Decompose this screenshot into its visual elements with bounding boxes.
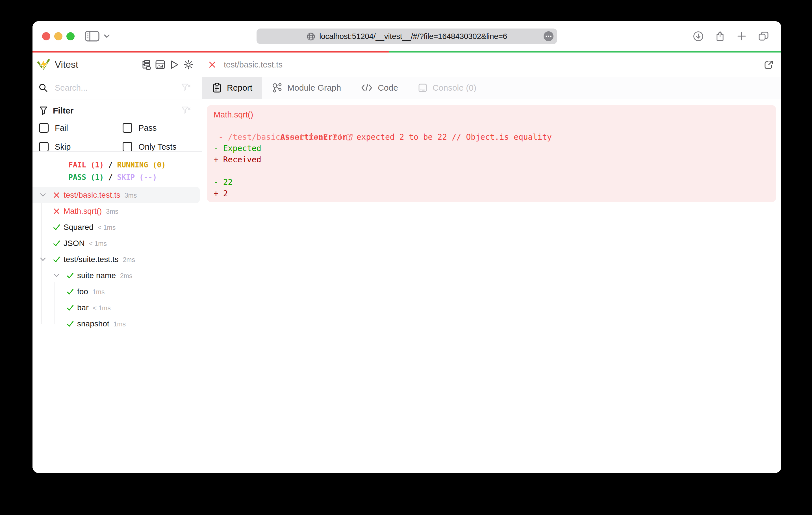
filter-option-label: Fail <box>55 123 68 133</box>
share-icon <box>715 31 725 41</box>
tree-row-json[interactable]: JSON< 1ms <box>32 235 200 251</box>
checkbox[interactable] <box>123 123 132 133</box>
tab-module-graph[interactable]: Module Graph <box>262 77 351 99</box>
checkbox[interactable] <box>39 142 49 152</box>
address-bar[interactable]: localhost:51204/__vitest__/#/?file=16484… <box>257 29 557 44</box>
tab-code[interactable]: Code <box>351 77 408 99</box>
filter-option-fail[interactable]: Fail <box>39 123 68 132</box>
error-panel: Math.sqrt() AssertionError: expected 2 t… <box>207 105 776 202</box>
chevron-down-icon[interactable] <box>104 34 110 38</box>
error-message: : expected 2 to be 22 // Object.is equal… <box>347 132 552 142</box>
chevron-down-icon[interactable] <box>39 192 46 198</box>
tab-report[interactable]: Report <box>202 77 262 99</box>
test-duration: 1ms <box>114 321 126 328</box>
tab-label: Report <box>227 83 252 93</box>
list-tree-icon <box>141 60 151 70</box>
test-label: suite name2ms <box>77 267 132 283</box>
new-tab-button[interactable] <box>736 30 747 42</box>
diff-line-added: + 2 <box>213 188 776 199</box>
downloads-button[interactable] <box>693 30 703 42</box>
tree-row-test-basic-test-ts[interactable]: test/basic.test.ts3ms <box>32 187 200 203</box>
window-controls <box>42 32 75 40</box>
page-settings-button[interactable] <box>544 31 553 41</box>
filter-section-title: Filter <box>39 106 74 116</box>
search-bar[interactable]: Search... <box>32 77 202 99</box>
theme-toggle-button[interactable] <box>183 60 193 70</box>
diff-line-removed: - Expected <box>213 143 776 154</box>
sidebar-header: Vitest <box>32 53 202 78</box>
test-tree: test/basic.test.ts3msMath.sqrt()3msSquar… <box>32 187 202 345</box>
test-label: JSON< 1ms <box>64 235 107 251</box>
test-summary: FAIL (1) / RUNNING (0) PASS (1) / SKIP (… <box>32 159 202 184</box>
rerun-all-button[interactable] <box>169 60 179 70</box>
summary-segment: PASS (1) <box>68 173 104 182</box>
filter-option-label: Skip <box>55 142 70 152</box>
browser-window: localhost:51204/__vitest__/#/?file=16484… <box>32 21 781 473</box>
tree-row-test-suite-test-ts[interactable]: test/suite.test.ts2ms <box>32 251 200 267</box>
tree-row-foo[interactable]: foo1ms <box>32 283 200 300</box>
toggle-tree-view-button[interactable] <box>141 60 151 70</box>
tree-row-squared[interactable]: Squared< 1ms <box>32 219 200 235</box>
test-label: Math.sqrt()3ms <box>64 203 118 219</box>
tree-row-bar[interactable]: bar< 1ms <box>32 300 200 316</box>
main-panel: test/basic.test.ts ReportModule GraphCod… <box>202 53 781 473</box>
minimize-window-button[interactable] <box>54 32 62 40</box>
checkbox[interactable] <box>123 142 132 152</box>
summary-segment: RUNNING (0) <box>117 161 166 169</box>
failed-test-name: Math.sqrt() <box>213 109 776 120</box>
assertion-error-line: AssertionError: expected 2 to be 22 // O… <box>213 120 776 131</box>
filter-option-pass[interactable]: Pass <box>123 123 156 132</box>
checkbox[interactable] <box>39 123 49 133</box>
tab-overview-button[interactable] <box>758 30 769 42</box>
summary-segment: / <box>104 161 117 169</box>
diff-line-removed: - 22 <box>213 177 776 188</box>
toolbar-divider <box>102 32 102 41</box>
dashboard-button[interactable] <box>155 60 165 70</box>
tab-console-0-[interactable]: Console (0) <box>408 77 486 99</box>
report-content: Math.sqrt() AssertionError: expected 2 t… <box>202 99 781 473</box>
test-duration: < 1ms <box>89 240 107 247</box>
test-label: Squared< 1ms <box>64 219 116 235</box>
desktop-background: localhost:51204/__vitest__/#/?file=16484… <box>0 0 812 515</box>
share-button[interactable] <box>715 30 725 42</box>
pass-check-icon <box>66 304 74 311</box>
clear-filter-icon[interactable] <box>181 83 191 92</box>
browser-toolbar: localhost:51204/__vitest__/#/?file=16484… <box>32 21 781 51</box>
dashboard-icon <box>155 60 165 70</box>
test-label: snapshot1ms <box>77 316 126 332</box>
pass-check-icon <box>66 320 74 328</box>
pass-check-icon <box>66 272 74 279</box>
diff-line-blank <box>213 165 776 177</box>
pass-check-icon <box>53 240 60 247</box>
app-title: Vitest <box>55 59 78 70</box>
test-label: test/basic.test.ts3ms <box>64 187 137 203</box>
tree-row-math-sqrt-[interactable]: Math.sqrt()3ms <box>32 203 200 219</box>
file-tab-header: test/basic.test.ts <box>202 53 781 78</box>
chevron-down-icon[interactable] <box>39 256 46 262</box>
sidebar: Vitest Search... Filter FailPassSkipOnly… <box>32 53 202 473</box>
sidebar-toggle-icon[interactable] <box>85 30 99 42</box>
summary-fail-running: FAIL (1) / RUNNING (0) <box>68 159 166 171</box>
tree-row-suite-name[interactable]: suite name2ms <box>32 267 200 283</box>
tab-label: Code <box>378 83 398 93</box>
chevron-down-icon[interactable] <box>53 272 60 278</box>
test-label: bar< 1ms <box>77 300 111 316</box>
test-duration: < 1ms <box>93 304 111 312</box>
open-file-name: test/basic.test.ts <box>224 60 283 69</box>
test-duration: 2ms <box>123 256 135 264</box>
close-window-button[interactable] <box>42 32 50 40</box>
tree-row-snapshot[interactable]: snapshot1ms <box>32 316 200 332</box>
filter-option-skip[interactable]: Skip <box>39 142 70 151</box>
search-input[interactable]: Search... <box>55 83 88 93</box>
test-duration: 2ms <box>120 272 132 279</box>
open-in-editor-icon[interactable] <box>764 60 773 69</box>
new-tab-icon <box>737 32 746 41</box>
filter-option-label: Pass <box>139 123 156 133</box>
search-icon <box>39 83 48 92</box>
fail-x-icon <box>53 208 60 215</box>
globe-icon <box>307 32 315 41</box>
close-file-icon[interactable] <box>208 61 216 69</box>
filter-option-only-tests[interactable]: Only Tests <box>123 142 177 151</box>
clear-filter-icon[interactable] <box>181 106 191 115</box>
expand-window-button[interactable] <box>66 32 75 40</box>
